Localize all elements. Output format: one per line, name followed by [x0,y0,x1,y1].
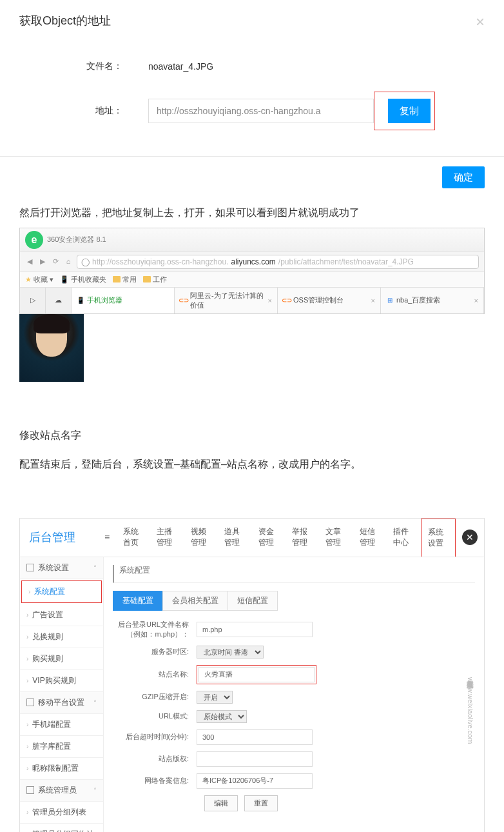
close-icon[interactable]: × [371,297,375,304]
forward-icon[interactable]: ▶ [38,257,47,266]
sitename-input[interactable] [199,667,315,682]
nav-item-active[interactable]: 系统设置 [421,519,456,557]
nav-item[interactable]: 文章管理 [319,519,353,557]
config-label: 后台登录URL文件名称（例如：m.php）： [113,620,197,639]
sidebar-item[interactable]: ›管理员分组回收站 [20,824,103,832]
sidebar-item-active[interactable]: ›系统配置 [21,580,102,603]
sidebar: 系统设置˄ ›系统配置 ›广告设置 ›兑换规则 ›购买规则 ›VIP购买规则 移… [20,557,104,832]
config-input[interactable] [197,773,313,789]
avatar-photo [19,314,84,382]
watermark: 老吴搭建教程 www.weixiaolive.com [465,675,475,744]
confirm-button[interactable]: 确定 [442,166,485,188]
sub-tab[interactable]: 会员相关配置 [162,591,228,611]
nav-item[interactable]: 道具管理 [218,519,251,557]
instruction-text-2: 配置结束后，登陆后台，系统设置–基础配置–站点名称，改成用户的名字。 [0,450,504,479]
nav-item[interactable]: 举报管理 [286,519,319,557]
breadcrumb: 系统配置 [113,565,475,583]
globe-icon: ◯ [81,257,90,266]
config-label: 网络备案信息: [113,776,197,786]
sidebar-item[interactable]: ›手机端配置 [20,714,103,736]
tab[interactable]: ⊂⊃阿里云-为了无法计算的价值× [175,288,278,313]
sub-tab[interactable]: 短信配置 [228,591,278,611]
config-label: 站点版权: [113,754,197,764]
browser-screenshot: e 360安全浏览器 8.1 ◀ ▶ ⟳ ⌂ ◯ http://osszhouy… [19,228,485,314]
sidebar-group[interactable]: 系统管理员˄ [20,780,103,802]
sidebar-item[interactable]: ›兑换规则 [20,626,103,648]
config-select[interactable]: 北京时间 香港 [197,646,264,659]
nav-item[interactable]: 短信管理 [353,519,387,557]
star-icon: ★ [25,275,32,284]
browser-product: 360安全浏览器 8.1 [47,235,106,244]
address-bar[interactable]: ◯ http://osszhouyiqiang.oss-cn-hangzhou.… [77,255,479,269]
nav-item[interactable]: 资金管理 [252,519,286,557]
address-label: 地址： [71,105,122,117]
config-label: 后台超时时间(分钟): [113,732,197,742]
edit-button[interactable]: 编辑 [204,795,238,811]
menu-icon[interactable]: ≡ [97,532,117,542]
close-icon[interactable]: × [474,297,478,304]
nav-item[interactable]: 视频管理 [184,519,218,557]
config-label: 站点名称: [113,669,197,679]
browser-logo-icon: e [25,231,43,249]
filename-label: 文件名： [71,61,122,72]
section-heading: 修改站点名字 [0,421,504,450]
close-icon[interactable]: × [268,297,272,304]
list-icon [26,564,34,571]
copy-button[interactable]: 复制 [388,99,431,123]
folder-icon [113,276,121,282]
close-icon[interactable]: × [476,13,485,31]
url-input[interactable] [148,99,374,123]
config-input[interactable] [197,729,313,745]
bookmark-item[interactable]: 常用 [113,275,137,284]
refresh-icon[interactable]: ⟳ [51,257,60,266]
sub-tab-active[interactable]: 基础配置 [113,591,163,611]
config-input[interactable] [197,622,313,637]
nav-item[interactable]: 主播管理 [150,519,184,557]
sidebar-group[interactable]: 移动平台设置˄ [20,692,103,714]
config-label: URL模式: [113,711,197,721]
top-nav: 系统首页 主播管理 视频管理 道具管理 资金管理 举报管理 文章管理 短信管理 … [117,519,456,557]
tab[interactable]: ⊞nba_百度搜索× [381,288,484,313]
config-label: GZIP压缩开启: [113,692,197,702]
tab[interactable]: 📱手机浏览器 [72,288,175,313]
tab-control[interactable]: ☁ [46,288,72,313]
config-select[interactable]: 原始模式 [197,710,247,723]
chevron-up-icon: ˄ [93,564,97,571]
config-input[interactable] [197,751,313,767]
sidebar-item[interactable]: ›管理员分组列表 [20,802,103,824]
chevron-right-icon: › [28,588,30,595]
config-label: 服务器时区: [113,647,197,657]
admin-screenshot: 老吴搭建教程 www.weixiaolive.com 后台管理 ≡ 系统首页 主… [19,518,485,832]
bookmark-item[interactable]: 📱手机收藏夹 [60,275,106,284]
sidebar-item[interactable]: ›购买规则 [20,648,103,670]
back-icon[interactable]: ◀ [25,257,34,266]
instruction-text-1: 然后打开浏览器，把地址复制上去，打开，如果可以看到图片就说明成功了 [0,198,504,228]
admin-logo: 后台管理 [20,523,97,551]
nav-item[interactable]: 插件中心 [387,519,420,557]
tab[interactable]: ⊂⊃OSS管理控制台× [278,288,381,313]
sidebar-item[interactable]: ›脏字库配置 [20,736,103,758]
folder-icon [143,276,151,282]
modal-title: 获取Object的地址 [19,13,485,28]
config-select[interactable]: 开启 [197,691,233,704]
home-icon[interactable]: ⌂ [64,257,73,266]
reset-button[interactable]: 重置 [244,795,278,811]
sidebar-item[interactable]: ›广告设置 [20,604,103,626]
sidebar-item[interactable]: ›昵称限制配置 [20,758,103,780]
nav-item[interactable]: 系统首页 [117,519,150,557]
sidebar-item[interactable]: ›VIP购买规则 [20,670,103,692]
filename-value: noavatar_4.JPG [148,61,213,72]
bookmark-item[interactable]: 工作 [143,275,167,284]
tab-control[interactable]: ▷ [20,288,46,313]
sidebar-group[interactable]: 系统设置˄ [20,557,103,579]
close-circle-icon[interactable]: ✕ [462,530,478,545]
